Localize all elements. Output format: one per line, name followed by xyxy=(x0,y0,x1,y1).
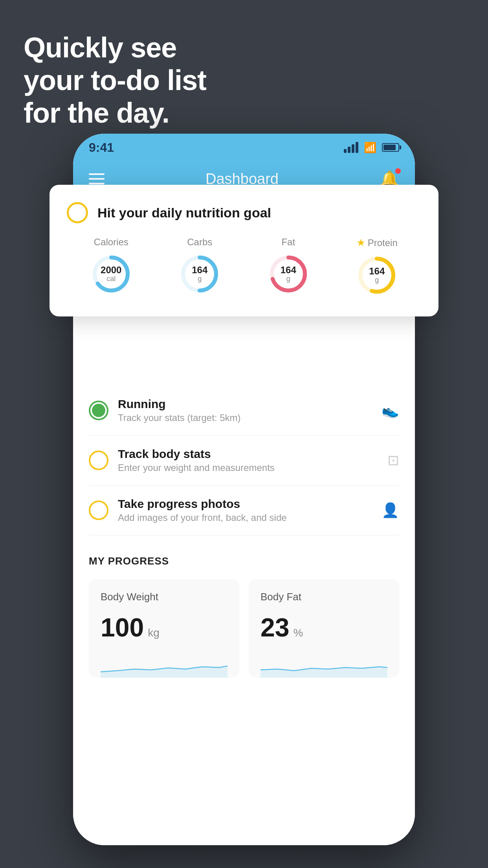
my-progress-header: MY PROGRESS xyxy=(89,555,399,567)
nutrition-calories: Calories 2000 cal xyxy=(90,237,133,296)
carbs-value: 164 xyxy=(192,265,207,275)
my-progress-section: MY PROGRESS Body Weight 100 kg xyxy=(73,535,415,678)
body-weight-value: 100 xyxy=(101,612,144,642)
calories-value: 2000 xyxy=(101,265,121,275)
body-fat-card[interactable]: Body Fat 23 % xyxy=(249,579,399,678)
nutrition-protein: ★ Protein 164 g xyxy=(355,237,398,297)
card-title-row: Hit your daily nutrition goal xyxy=(67,202,421,223)
status-icons: 📶 xyxy=(344,142,399,154)
wifi-icon: 📶 xyxy=(364,142,376,154)
scale-icon: ⊡ xyxy=(387,452,399,469)
calories-donut: 2000 cal xyxy=(90,252,133,296)
todo-circle-progress-photos xyxy=(89,500,108,520)
protein-star-label: ★ Protein xyxy=(356,237,398,249)
todo-list: Running Track your stats (target: 5km) 👟… xyxy=(73,386,415,535)
fat-unit: g xyxy=(281,275,296,283)
calories-label: Calories xyxy=(94,237,128,248)
hero-text: Quickly see your to-do list for the day. xyxy=(24,31,206,129)
battery-icon xyxy=(382,143,399,152)
fat-donut: 164 g xyxy=(267,252,310,296)
body-fat-chart xyxy=(261,654,387,678)
status-time: 9:41 xyxy=(89,140,114,155)
todo-text-progress-photos: Take progress photos Add images of your … xyxy=(118,497,372,523)
todo-subtitle-progress-photos: Add images of your front, back, and side xyxy=(118,512,372,523)
protein-label: Protein xyxy=(368,237,398,248)
todo-title-running: Running xyxy=(118,397,372,411)
todo-text-running: Running Track your stats (target: 5km) xyxy=(118,397,372,423)
todo-subtitle-running: Track your stats (target: 5km) xyxy=(118,412,372,423)
todo-item-progress-photos[interactable]: Take progress photos Add images of your … xyxy=(89,485,399,535)
body-fat-title: Body Fat xyxy=(261,591,387,603)
carbs-label: Carbs xyxy=(187,237,212,248)
nutrition-row: Calories 2000 cal Carbs xyxy=(67,237,421,297)
signal-icon xyxy=(344,142,358,153)
todo-text-body-stats: Track body stats Enter your weight and m… xyxy=(118,447,378,473)
todo-item-body-stats[interactable]: Track body stats Enter your weight and m… xyxy=(89,436,399,485)
menu-button[interactable] xyxy=(89,173,105,184)
todo-circle-running xyxy=(89,401,108,420)
body-weight-card[interactable]: Body Weight 100 kg xyxy=(89,579,239,678)
nutrition-fat: Fat 164 g xyxy=(267,237,310,296)
todo-title-progress-photos: Take progress photos xyxy=(118,497,372,511)
fat-value: 164 xyxy=(281,265,296,275)
body-weight-unit: kg xyxy=(148,627,160,639)
todo-circle-body-stats xyxy=(89,451,108,470)
protein-donut: 164 g xyxy=(355,254,398,297)
nutrition-card: Hit your daily nutrition goal Calories 2… xyxy=(50,185,438,316)
body-fat-value-row: 23 % xyxy=(261,612,387,642)
todo-title-body-stats: Track body stats xyxy=(118,447,378,461)
card-title: Hit your daily nutrition goal xyxy=(97,205,271,221)
photo-icon: 👤 xyxy=(382,502,399,519)
nutrition-carbs: Carbs 164 g xyxy=(178,237,221,296)
star-icon: ★ xyxy=(356,237,365,249)
body-fat-value: 23 xyxy=(261,612,289,642)
card-circle-check xyxy=(67,202,88,223)
status-bar: 9:41 📶 xyxy=(73,134,415,161)
body-weight-value-row: 100 kg xyxy=(101,612,227,642)
protein-unit: g xyxy=(369,276,385,284)
carbs-donut: 164 g xyxy=(178,252,221,296)
body-weight-chart xyxy=(101,654,227,678)
running-icon: 👟 xyxy=(382,402,399,419)
body-fat-unit: % xyxy=(293,627,303,639)
todo-item-running[interactable]: Running Track your stats (target: 5km) 👟 xyxy=(89,386,399,436)
progress-cards: Body Weight 100 kg Body Fat xyxy=(89,579,399,678)
calories-unit: cal xyxy=(101,275,121,283)
carbs-unit: g xyxy=(192,275,207,283)
todo-subtitle-body-stats: Enter your weight and measurements xyxy=(118,462,378,473)
fat-label: Fat xyxy=(281,237,295,248)
protein-value: 164 xyxy=(369,266,385,276)
body-weight-title: Body Weight xyxy=(101,591,227,603)
notification-badge xyxy=(395,168,401,174)
